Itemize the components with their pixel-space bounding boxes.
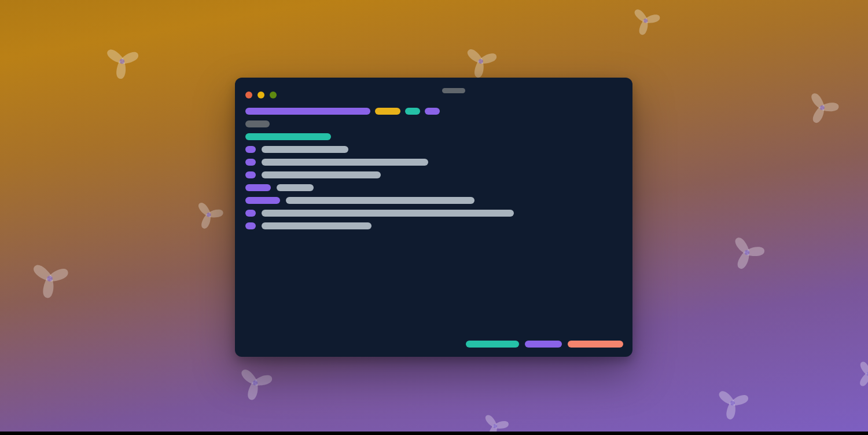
svg-point-7 <box>819 105 825 111</box>
svg-point-3 <box>252 380 258 385</box>
svg-point-4 <box>744 250 750 255</box>
propeller-icon <box>472 403 519 435</box>
titlebar <box>235 78 632 104</box>
propeller-icon <box>185 191 233 239</box>
terminal-content <box>235 108 632 246</box>
zoom-button[interactable] <box>270 92 277 98</box>
propeller-icon <box>26 255 73 302</box>
code-token <box>245 210 256 217</box>
code-line <box>245 133 622 140</box>
code-token <box>375 108 400 115</box>
code-token <box>245 146 256 153</box>
code-line <box>245 159 622 166</box>
code-token <box>262 159 428 166</box>
status-chip[interactable] <box>525 341 562 348</box>
code-token <box>286 197 475 204</box>
header-row <box>245 108 622 115</box>
code-token <box>262 146 348 153</box>
code-token <box>245 222 256 229</box>
code-token <box>405 108 420 115</box>
svg-point-6 <box>207 213 211 217</box>
code-line <box>245 120 622 127</box>
svg-point-1 <box>730 400 735 405</box>
code-token <box>245 108 370 115</box>
code-token <box>425 108 440 115</box>
code-token <box>245 197 280 204</box>
code-token <box>245 159 256 166</box>
svg-point-10 <box>119 59 125 64</box>
status-bar <box>466 341 623 348</box>
code-token <box>277 184 314 191</box>
code-line <box>245 210 622 217</box>
code-token <box>245 171 256 178</box>
propeller-icon <box>709 379 756 427</box>
code-line <box>245 222 622 229</box>
code-token <box>262 210 514 217</box>
svg-point-8 <box>643 19 648 23</box>
propeller-icon <box>231 359 279 407</box>
svg-point-9 <box>478 59 483 64</box>
bottom-strip <box>0 432 868 435</box>
code-token <box>245 184 271 191</box>
title-chip <box>442 88 465 93</box>
code-line <box>245 146 622 153</box>
code-token <box>262 171 381 178</box>
svg-point-2 <box>493 424 497 428</box>
code-token <box>245 120 270 127</box>
code-token <box>262 222 372 229</box>
hero-stage <box>0 0 868 435</box>
code-line <box>245 184 622 191</box>
code-line <box>245 197 622 204</box>
status-chip[interactable] <box>466 341 519 348</box>
svg-point-5 <box>46 275 53 282</box>
propeller-icon <box>98 38 146 85</box>
propeller-icon <box>723 229 771 276</box>
code-token <box>245 133 331 140</box>
propeller-icon <box>845 350 868 398</box>
close-button[interactable] <box>245 92 252 98</box>
terminal-window <box>235 78 632 357</box>
propeller-icon <box>622 0 670 45</box>
status-chip[interactable] <box>568 341 623 348</box>
traffic-lights <box>245 92 277 98</box>
minimize-button[interactable] <box>258 92 264 98</box>
propeller-icon <box>799 84 846 131</box>
code-line <box>245 171 622 178</box>
